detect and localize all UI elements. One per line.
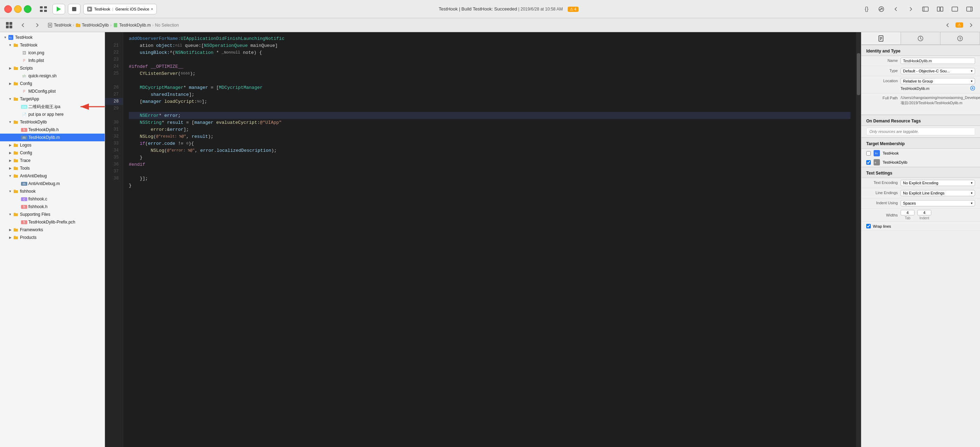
warning-badge[interactable]: ⚠ 4	[568, 6, 579, 12]
grid-view-button[interactable]	[3, 19, 15, 32]
rp-tag-input[interactable]	[866, 128, 975, 135]
sidebar-item-config[interactable]: ▶ Config	[0, 80, 105, 87]
sidebar-item-icon-png[interactable]: 🖼 icon.png	[0, 49, 105, 57]
toolbar-grid-button[interactable]	[37, 3, 50, 15]
sidebar-item-prefix-pch[interactable]: h TestHookDylib-Prefix.pch	[0, 218, 105, 226]
sidebar-item-fishhook[interactable]: ▼ fishhook	[0, 187, 105, 195]
rp-dropdown-line-endings[interactable]: No Explicit Line Endings ▾	[900, 190, 975, 196]
rp-row-wrap-lines[interactable]: Wrap lines	[861, 222, 980, 231]
svg-rect-1	[44, 6, 47, 8]
split-view-button[interactable]	[934, 3, 947, 15]
sidebar-item-scripts[interactable]: ▶ Scripts	[0, 64, 105, 72]
sidebar-item-trace[interactable]: ▶ Trace	[0, 157, 105, 164]
braces-button[interactable]: {}	[860, 3, 873, 15]
rp-checkbox-wrap-lines[interactable]	[866, 224, 871, 228]
line-number	[105, 77, 123, 84]
expand-arrow: ▼	[8, 190, 13, 193]
forward-button[interactable]	[904, 3, 917, 15]
breadcrumb-part2[interactable]: TestHookDylib	[82, 23, 109, 28]
rp-target-testhookdylib[interactable]: ⚙ TestHookDylib	[861, 158, 980, 167]
sidebar-item-config2[interactable]: ▶ Config	[0, 149, 105, 157]
sidebar-toggle-button[interactable]	[919, 3, 932, 15]
breadcrumb-part4[interactable]: No Selection	[155, 23, 179, 28]
rp-section-target-membership: Target Membership	[861, 138, 980, 149]
sidebar-label: TestHookDylib	[20, 120, 105, 125]
sidebar-item-fishhook-h[interactable]: h fishhook.h	[0, 203, 105, 211]
expand-arrow: ▼	[8, 120, 13, 124]
sidebar-item-supporting-files[interactable]: ▼ Supporting Files	[0, 211, 105, 218]
code-editor[interactable]: 21 22 23 24 25 26 27 28 29 30 31 32 33 3…	[105, 32, 861, 447]
sidebar-item-antiantidebug-m[interactable]: m AntiAntiDebug.m	[0, 180, 105, 187]
warning-nav-forward[interactable]	[965, 19, 977, 32]
close-button[interactable]	[4, 5, 12, 13]
code-line: #endif	[129, 161, 851, 168]
run-button[interactable]	[52, 4, 65, 14]
nav-forward-button[interactable]	[31, 19, 43, 32]
sidebar-item-info-plist[interactable]: P Info.plist	[0, 57, 105, 64]
sidebar-item-logos[interactable]: ▶ Logos	[0, 141, 105, 149]
sidebar-item-quick-resign[interactable]: sh quick-resign.sh	[0, 72, 105, 80]
sidebar-item-tools[interactable]: ▶ Tools	[0, 164, 105, 172]
rp-tab-history[interactable]	[901, 32, 940, 44]
sidebar-item-fishhook-c[interactable]: c fishhook.c	[0, 195, 105, 203]
chevron-down-icon: ▾	[971, 191, 973, 195]
warning-nav-back[interactable]	[942, 19, 954, 32]
rp-checkbox-testhookdylib[interactable]	[866, 160, 871, 165]
stop-button[interactable]	[68, 4, 81, 14]
code-content[interactable]: addObserverForName:UIApplicationDidFinis…	[123, 32, 856, 447]
rp-dropdown-indent-using[interactable]: Spaces ▾	[900, 200, 975, 206]
sidebar-item-mdconfig[interactable]: P MDConfig.plist	[0, 87, 105, 95]
sidebar-item-testhook-folder[interactable]: ▼ TestHook	[0, 41, 105, 49]
folder-icon	[13, 166, 19, 171]
svg-rect-5	[72, 7, 76, 11]
right-panel-toggle-button[interactable]	[963, 3, 976, 15]
rp-target-testhook[interactable]: Xc TestHook	[861, 149, 980, 158]
code-line: if(error.code != 0){	[129, 140, 851, 147]
sidebar-item-frameworks[interactable]: ▶ Frameworks	[0, 226, 105, 234]
maximize-editor-button[interactable]	[948, 3, 961, 15]
rp-dropdown-text-encoding[interactable]: No Explicit Encoding ▾	[900, 180, 975, 186]
editor-scrollbar[interactable]	[856, 32, 861, 447]
rp-tab-width-input[interactable]	[900, 210, 915, 216]
nav-back-button[interactable]	[17, 19, 29, 32]
line-numbers: 21 22 23 24 25 26 27 28 29 30 31 32 33 3…	[105, 32, 123, 447]
activity-button[interactable]	[875, 3, 888, 15]
minimize-button[interactable]	[14, 5, 22, 13]
back-button[interactable]	[890, 3, 902, 15]
sidebar-item-testhook-root[interactable]: ▼ Xc TestHook	[0, 33, 105, 41]
sidebar-label: MDConfig.plist	[29, 89, 105, 94]
rp-choose-file-button[interactable]	[970, 86, 975, 91]
sidebar-item-testhookdylib-h[interactable]: h TestHookDylib.h	[0, 126, 105, 134]
secondary-warning-badge[interactable]: ⚠	[956, 22, 963, 28]
sidebar-item-testhookdylib[interactable]: ▼ TestHookDylib	[0, 118, 105, 126]
svg-rect-11	[937, 6, 940, 11]
breadcrumb-part1[interactable]: TestHook	[54, 23, 72, 28]
rp-tab-file[interactable]	[861, 32, 901, 44]
line-number: 26	[105, 84, 123, 91]
rp-dropdown-location-value: Relative to Group	[903, 79, 933, 83]
rp-value-name[interactable]: TestHookDylib.m	[900, 58, 975, 64]
rp-dropdown-location[interactable]: Relative to Group ▾	[900, 78, 975, 84]
plist-file-icon: P	[21, 59, 27, 63]
rp-label-indent-using: Indent Using	[866, 200, 898, 205]
rp-dropdown-type[interactable]: Default - Objective-C Sou... ▾	[900, 68, 975, 74]
expand-arrow: ▼	[8, 43, 13, 47]
sidebar-item-products[interactable]: ▶ Products	[0, 234, 105, 241]
scheme-selector[interactable]: TestHook | Generic iOS Device ▾	[83, 4, 157, 14]
breadcrumb-part3[interactable]: TestHookDylib.m	[119, 23, 151, 28]
sidebar-item-antiantidebug[interactable]: ▼ AntiAntiDebug	[0, 172, 105, 180]
code-line	[129, 56, 851, 63]
sidebar-item-targetapp[interactable]: ▼ TargetApp	[0, 95, 105, 103]
sidebar-item-put-ipa[interactable]: 📄 put ipa or app here	[0, 111, 105, 118]
editor-scroll-container[interactable]: 21 22 23 24 25 26 27 28 29 30 31 32 33 3…	[105, 32, 861, 447]
sidebar-item-ipa[interactable]: ipa 二维码全能王.ipa	[0, 103, 105, 111]
rp-checkbox-testhook[interactable]	[866, 151, 871, 155]
maximize-button[interactable]	[24, 5, 32, 13]
rp-row-location: Location Relative to Group ▾ TestHookDyl…	[861, 76, 980, 94]
code-line: [manager loadCycript:No];	[129, 98, 851, 105]
rp-indent-width-input[interactable]	[917, 210, 931, 216]
rp-tab-help[interactable]: ?	[940, 32, 980, 44]
sidebar-label: TestHookDylib.h	[29, 127, 105, 132]
sidebar-item-testhookdylib-m[interactable]: m TestHookDylib.m	[0, 134, 105, 141]
sidebar-label: fishhook.c	[29, 197, 105, 201]
